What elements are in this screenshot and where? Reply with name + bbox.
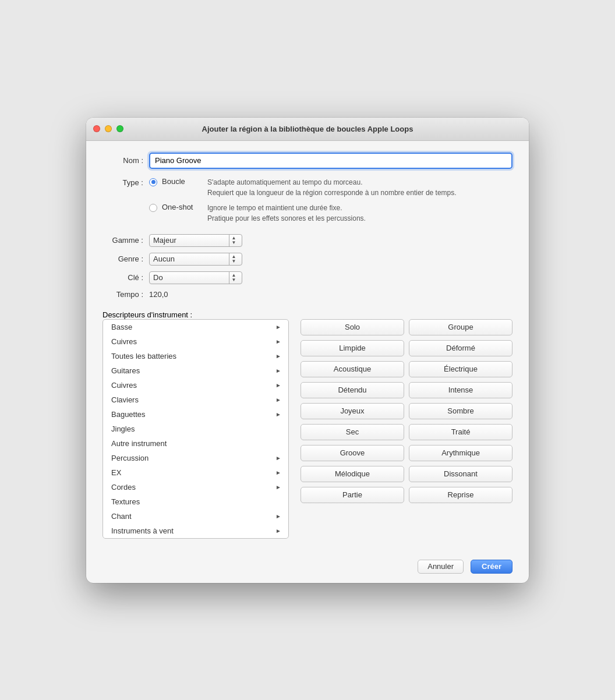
arrow-icon: ► (275, 469, 281, 476)
list-item[interactable]: Jingles (103, 422, 288, 436)
close-button[interactable] (93, 125, 100, 132)
list-item-label: Cordes (111, 483, 136, 492)
stepper-down-icon: ▼ (232, 278, 236, 282)
list-item-label: Basse (111, 323, 132, 331)
arrow-icon: ► (275, 513, 281, 519)
descriptor-button[interactable]: Mélodique (301, 466, 404, 482)
list-item[interactable]: Basse► (103, 320, 288, 334)
list-item-label: Chant (111, 512, 132, 521)
gamme-value: Majeur (153, 236, 227, 245)
list-item-label: Guitares (111, 366, 140, 375)
list-item[interactable]: Textures (103, 494, 288, 509)
type-options: Boucle S'adapte automatiquement au tempo… (149, 177, 457, 224)
list-item[interactable]: Chant► (103, 509, 288, 524)
window-controls (93, 125, 123, 132)
descriptor-button[interactable]: Sombre (409, 403, 512, 419)
list-item[interactable]: Baguettes► (103, 407, 288, 422)
genre-stepper[interactable]: ▲ ▼ (229, 253, 238, 265)
footer: Annuler Créer (86, 550, 529, 583)
genre-row: Genre : Aucun ▲ ▼ (102, 253, 512, 266)
descriptor-button[interactable]: Solo (301, 319, 404, 335)
tempo-value: 120,0 (149, 290, 168, 299)
list-item[interactable]: Claviers► (103, 393, 288, 407)
list-item[interactable]: Autre instrument (103, 436, 288, 451)
boucle-label: Boucle (162, 177, 203, 186)
list-item-label: Textures (111, 497, 140, 506)
descriptors-main: Basse►Cuivres►Toutes les batteries►Guita… (102, 319, 512, 539)
list-item-label: Claviers (111, 395, 139, 404)
arrow-icon: ► (275, 411, 281, 418)
arrow-icon: ► (275, 338, 281, 345)
type-section: Type : Boucle S'adapte automatiquement a… (102, 177, 512, 224)
genre-select[interactable]: Aucun ▲ ▼ (149, 253, 242, 266)
list-item[interactable]: Instruments à vent► (103, 524, 288, 538)
maximize-button[interactable] (116, 125, 123, 132)
list-item[interactable]: Cuivres► (103, 334, 288, 349)
descriptor-button[interactable]: Dissonant (409, 466, 512, 482)
list-item[interactable]: EX► (103, 465, 288, 480)
descriptor-button[interactable]: Reprise (409, 487, 512, 503)
descriptor-button[interactable]: Électrique (409, 361, 512, 377)
arrow-icon: ► (275, 528, 281, 534)
oneshot-label: One-shot (162, 203, 203, 211)
nom-row: Nom : (102, 153, 512, 169)
descriptor-button[interactable]: Partie (301, 487, 404, 503)
descriptor-button[interactable]: Arythmique (409, 445, 512, 461)
nom-label: Nom : (102, 156, 143, 165)
list-item-label: Toutes les batteries (111, 352, 176, 360)
list-item[interactable]: Toutes les batteries► (103, 349, 288, 363)
list-item[interactable]: Percussion► (103, 451, 288, 465)
descriptor-button[interactable]: Intense (409, 382, 512, 398)
titlebar: Ajouter la région à la bibliothèque de b… (86, 118, 529, 141)
window-title: Ajouter la région à la bibliothèque de b… (202, 125, 413, 133)
descripteurs-section-label: Descripteurs d'instrument : (102, 310, 512, 319)
list-item-label: Cuivres (111, 337, 137, 346)
gamme-select[interactable]: Majeur ▲ ▼ (149, 234, 242, 247)
oneshot-radio[interactable] (149, 204, 157, 212)
minimize-button[interactable] (105, 125, 112, 132)
list-item-label: EX (111, 468, 121, 477)
arrow-icon: ► (275, 397, 281, 403)
cle-value: Do (153, 273, 227, 282)
gamme-stepper[interactable]: ▲ ▼ (229, 235, 238, 246)
stepper-down-icon: ▼ (232, 259, 236, 264)
list-item[interactable]: Cordes► (103, 480, 288, 494)
descriptor-button[interactable]: Joyeux (301, 403, 404, 419)
boucle-radio[interactable] (149, 178, 157, 186)
descriptor-button[interactable]: Détendu (301, 382, 404, 398)
descriptor-button[interactable]: Groove (301, 445, 404, 461)
list-item-label: Autre instrument (111, 439, 167, 448)
descriptor-button[interactable]: Limpide (301, 340, 404, 356)
descriptor-button[interactable]: Traité (409, 424, 512, 440)
type-label: Type : (102, 177, 143, 187)
stepper-down-icon: ▼ (232, 241, 236, 245)
descriptor-button[interactable]: Sec (301, 424, 404, 440)
descriptor-button[interactable]: Acoustique (301, 361, 404, 377)
list-item[interactable]: Guitares► (103, 363, 288, 378)
tempo-label: Tempo : (102, 290, 143, 299)
descriptor-button[interactable]: Déformé (409, 340, 512, 356)
descriptor-buttons: SoloGroupeLimpideDéforméAcoustiqueÉlectr… (301, 319, 512, 503)
nom-input[interactable] (149, 153, 512, 169)
creer-button[interactable]: Créer (471, 560, 512, 574)
annuler-button[interactable]: Annuler (418, 560, 464, 574)
list-item-label: Percussion (111, 454, 149, 462)
tempo-row: Tempo : 120,0 (102, 290, 512, 299)
arrow-icon: ► (275, 353, 281, 359)
list-item[interactable]: Cuivres► (103, 378, 288, 393)
genre-value: Aucun (153, 254, 227, 263)
cle-select[interactable]: Do ▲ ▼ (149, 271, 242, 284)
cle-label: Clé : (102, 273, 143, 282)
main-window: Ajouter la région à la bibliothèque de b… (86, 118, 529, 583)
instrument-list: Basse►Cuivres►Toutes les batteries►Guita… (102, 319, 289, 539)
arrow-icon: ► (275, 455, 281, 461)
cle-stepper[interactable]: ▲ ▼ (229, 272, 238, 284)
content-area: Nom : Type : Boucle S'adapte automatique… (86, 141, 529, 550)
arrow-icon: ► (275, 324, 281, 330)
arrow-icon: ► (275, 382, 281, 388)
descriptor-button[interactable]: Groupe (409, 319, 512, 335)
list-item-label: Jingles (111, 425, 135, 433)
list-item-label: Instruments à vent (111, 526, 174, 535)
arrow-icon: ► (275, 367, 281, 374)
oneshot-desc: Ignore le tempo et maintient une durée f… (207, 203, 366, 224)
